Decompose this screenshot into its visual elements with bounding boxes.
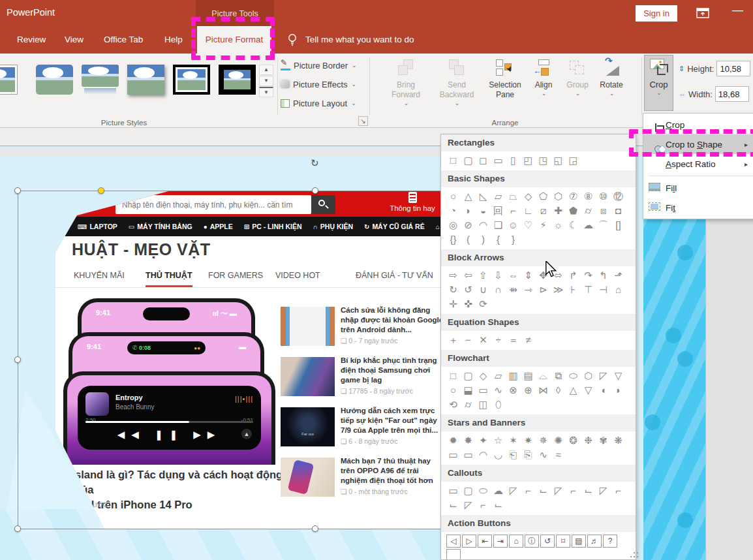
shape-cell[interactable]: ∩ [491, 283, 506, 297]
shape-cell[interactable]: ⬭ [476, 484, 491, 498]
shape-cell[interactable]: ⇕ [521, 268, 536, 283]
shape-cell[interactable]: □ [446, 153, 461, 168]
shape-cell[interactable]: ⊳ [536, 283, 551, 297]
shape-cell[interactable]: ⚡ [536, 218, 551, 232]
shape-cell[interactable]: ⇻ [506, 283, 521, 297]
picture-style-simple-rounded[interactable] [36, 65, 73, 95]
shape-cell[interactable]: ⌙ [446, 498, 461, 512]
shape-cell[interactable]: ⌙ [491, 498, 506, 512]
shape-cell[interactable]: ⟲ [446, 397, 461, 412]
site-nav-item-phụ-kiện[interactable]: ∩PHỤ KIỆN [313, 223, 353, 230]
shape-cell[interactable]: ◱ [551, 153, 566, 168]
shape-cell[interactable]: ◘ [611, 204, 626, 218]
site-subnav-item-khuyến-mãi[interactable]: KHUYẾN MÃI [74, 271, 125, 280]
minimize-button[interactable]: — [732, 4, 743, 17]
shape-cell[interactable]: ▭ [446, 484, 461, 498]
shape-cell[interactable] [446, 549, 461, 560]
resize-handle-top-center[interactable] [312, 187, 318, 194]
shape-cell[interactable]: ◸ [551, 484, 566, 498]
shape-cell[interactable]: ⊤ [581, 283, 596, 297]
shape-cell[interactable]: ◔ [446, 204, 461, 218]
shape-cell[interactable]: ⌐ [611, 484, 626, 498]
gallery-more-button[interactable]: ▼ [259, 87, 273, 97]
site-subnav-item-thủ-thuật[interactable]: THỦ THUẬT [146, 271, 192, 287]
sign-in-button[interactable]: Sign in [636, 5, 677, 22]
shape-cell[interactable]: − [461, 333, 476, 347]
shape-cell[interactable]: ⌙ [581, 484, 596, 498]
shape-cell[interactable]: ≫ [551, 283, 566, 297]
shape-cell[interactable]: ≠ [521, 333, 536, 347]
shape-cell[interactable]: ? [603, 535, 617, 548]
resize-handle-bottom-center[interactable] [312, 525, 318, 532]
shape-cell[interactable]: ◠ [476, 218, 491, 232]
shape-cell[interactable]: ◡ [491, 448, 506, 462]
shape-cell[interactable]: ⊘ [461, 218, 476, 232]
shape-cell[interactable]: ⋈ [536, 383, 551, 397]
shape-cell[interactable]: ∟ [521, 204, 536, 218]
shape-cell[interactable]: ⌐ [521, 484, 536, 498]
shape-cell[interactable]: ☾ [566, 218, 581, 232]
shape-cell[interactable]: ⎗ [506, 448, 521, 462]
shape-cell[interactable]: ∿ [491, 383, 506, 397]
shape-cell[interactable]: ▯ [506, 153, 521, 168]
shape-cell[interactable]: ⊕ [521, 383, 536, 397]
shape-cell[interactable]: ▭ [446, 448, 461, 462]
gallery-down-button[interactable]: ▼ [259, 76, 273, 86]
shape-cell[interactable]: ▭ [491, 153, 506, 168]
site-subnav-item-for-gamers[interactable]: FOR GAMERS [208, 271, 263, 280]
shape-cell[interactable]: ⌂ [611, 283, 626, 297]
shape-cell[interactable]: ✹ [446, 433, 461, 448]
shape-cell[interactable]: ❉ [581, 433, 596, 448]
menu-item-fit[interactable]: Fit [643, 198, 753, 217]
shape-cell[interactable]: ◸ [461, 498, 476, 512]
site-subnav-item-đánh-giá---tư-vấn[interactable]: ĐÁNH GIÁ - TƯ VẤN [356, 271, 433, 280]
tell-me-search[interactable]: Tell me what you want to do [305, 26, 414, 54]
ribbon-display-options-icon[interactable] [696, 7, 710, 19]
shape-cell[interactable]: ⬠ [536, 189, 551, 204]
article-list-item[interactable]: Cách sửa lỗi không đăng nhập được tài kh… [281, 305, 444, 352]
shape-cell[interactable]: ◸ [506, 484, 521, 498]
shape-cell[interactable]: ✛ [446, 297, 461, 311]
site-nav-item-laptop[interactable]: ⌨LAPTOP [78, 223, 117, 230]
shape-cell[interactable]: ⑦ [566, 189, 581, 204]
shape-cell[interactable]: ∪ [476, 283, 491, 297]
shape-cell[interactable]: ◠ [476, 448, 491, 462]
shape-cell[interactable]: ⬏ [611, 268, 626, 283]
shape-cell[interactable]: ☼ [551, 218, 566, 232]
resize-handle-top-left[interactable] [14, 187, 21, 194]
shape-cell[interactable]: ⬯ [491, 397, 506, 412]
shape-cell[interactable]: ◎ [446, 218, 461, 232]
shape-cell[interactable]: ⇧ [476, 268, 491, 283]
shape-cell[interactable]: ＝ [506, 333, 521, 347]
shape-cell[interactable]: ◺ [476, 189, 491, 204]
shape-cell[interactable]: ◇ [521, 189, 536, 204]
shape-cell[interactable]: ○ [446, 383, 461, 397]
shape-cell[interactable]: ▽ [611, 369, 626, 383]
tab-office-tab[interactable]: Office Tab [101, 26, 146, 54]
shape-cell[interactable]: ⬓ [461, 383, 476, 397]
shape-cell[interactable]: ✶ [506, 433, 521, 448]
tab-help[interactable]: Help [162, 26, 185, 54]
shape-cell[interactable]: ⌐ [506, 204, 521, 218]
shape-cell[interactable]: ⑫ [611, 189, 626, 204]
shape-cell[interactable]: ◖ [596, 383, 611, 397]
gallery-up-button[interactable]: ▲ [259, 65, 273, 75]
shape-cell[interactable]: ⏢ [506, 189, 521, 204]
shape-cell[interactable]: ✵ [536, 433, 551, 448]
menu-item-aspect-ratio[interactable]: Aspect Ratio▸ [643, 154, 753, 174]
shape-cell[interactable]: ❂ [566, 433, 581, 448]
shape-cell[interactable]: ⌑ [556, 535, 570, 548]
shape-cell[interactable]: ▱ [491, 369, 506, 383]
shape-cell[interactable]: ❋ [611, 433, 626, 448]
shape-cell[interactable]: ◒ [476, 204, 491, 218]
shape-cell[interactable]: ⌒ [596, 218, 611, 232]
shape-cell[interactable]: ∿ [536, 448, 551, 462]
width-input[interactable] [715, 86, 749, 102]
shape-cell[interactable]: ☁ [491, 484, 506, 498]
shape-cell[interactable]: ↺ [540, 535, 555, 548]
picture-style-thick-black-frame[interactable] [219, 65, 256, 95]
shape-cell[interactable]: ✷ [521, 433, 536, 448]
shape-cell[interactable]: ↰ [596, 268, 611, 283]
shape-cell[interactable]: ≈ [551, 448, 566, 462]
shape-cell[interactable]: ⇨ [446, 268, 461, 283]
